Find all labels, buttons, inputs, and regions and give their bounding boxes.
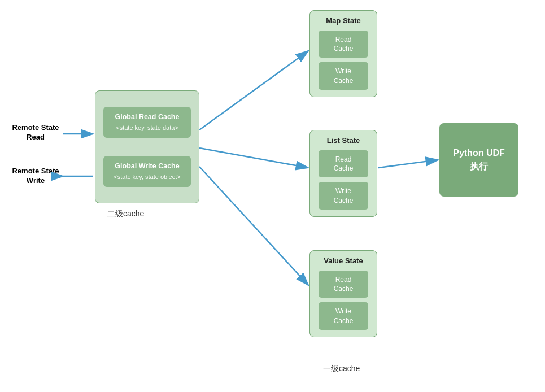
to-list-state-arrow xyxy=(199,148,308,168)
remote-state-write-label: Remote StateWrite xyxy=(10,167,61,186)
level1-cache-label: 一级cache xyxy=(323,364,360,374)
global-cache-box: Global Read Cache <state key, state data… xyxy=(95,90,199,203)
python-udf-line1: Python UDF xyxy=(453,146,505,160)
list-write-cache: WriteCache xyxy=(319,182,368,209)
value-read-cache: ReadCache xyxy=(319,271,368,298)
map-state-group: Map State ReadCache WriteCache xyxy=(309,10,377,97)
to-map-state-arrow xyxy=(199,51,308,130)
level2-cache-label: 二级cache xyxy=(107,209,144,219)
global-read-title: Global Read Cache xyxy=(108,112,186,123)
value-state-group: Value State ReadCache WriteCache xyxy=(309,250,377,337)
remote-state-read-label: Remote StateRead xyxy=(10,123,61,142)
list-read-cache: ReadCache xyxy=(319,150,368,177)
global-write-title: Global Write Cache xyxy=(108,162,186,172)
list-state-group: List State ReadCache WriteCache xyxy=(309,130,377,217)
to-value-state-arrow xyxy=(199,167,308,285)
map-write-cache: WriteCache xyxy=(319,62,368,89)
python-udf-box: Python UDF 执行 xyxy=(439,123,518,197)
global-read-sub: <state key, state data> xyxy=(108,124,186,132)
global-write-sub: <state key, state object> xyxy=(108,173,186,181)
map-state-title: Map State xyxy=(326,16,360,25)
to-python-udf-arrow xyxy=(378,160,438,168)
diagram-container: Remote StateRead Remote StateWrite Globa… xyxy=(0,0,545,392)
global-write-cache-box: Global Write Cache <state key, state obj… xyxy=(103,156,191,188)
value-state-title: Value State xyxy=(324,256,363,265)
global-read-cache-box: Global Read Cache <state key, state data… xyxy=(103,107,191,138)
list-state-title: List State xyxy=(327,136,360,145)
map-read-cache: ReadCache xyxy=(319,31,368,58)
value-write-cache: WriteCache xyxy=(319,302,368,329)
python-udf-line2: 执行 xyxy=(470,160,488,173)
